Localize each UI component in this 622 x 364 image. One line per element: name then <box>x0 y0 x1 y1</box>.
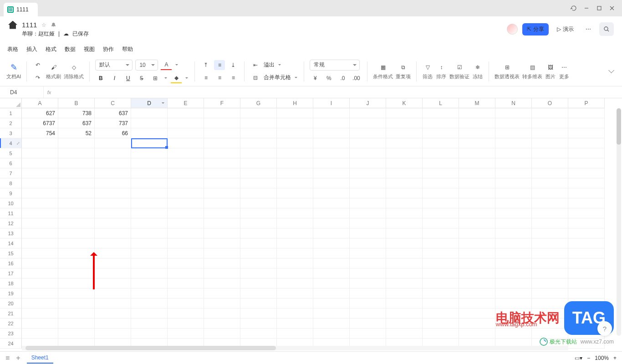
cell[interactable] <box>204 168 240 178</box>
cell[interactable] <box>423 318 459 329</box>
zoom-out-button[interactable]: − <box>587 355 590 361</box>
cell[interactable] <box>131 228 168 238</box>
cell[interactable] <box>131 298 168 308</box>
cell[interactable] <box>277 238 313 248</box>
cell[interactable] <box>350 118 386 128</box>
cell[interactable] <box>423 258 459 268</box>
cell[interactable] <box>532 188 568 198</box>
cell[interactable] <box>386 298 423 308</box>
cell[interactable] <box>277 278 313 288</box>
cell[interactable] <box>459 168 495 178</box>
cell[interactable] <box>204 148 240 158</box>
cell[interactable] <box>350 158 386 168</box>
cell[interactable] <box>459 258 495 268</box>
bell-icon[interactable]: 🔔︎ <box>51 22 56 28</box>
cell[interactable] <box>168 329 204 339</box>
cell[interactable] <box>22 318 58 329</box>
currency-button[interactable]: ¥ <box>310 73 321 83</box>
cell[interactable] <box>95 258 131 268</box>
cell[interactable] <box>350 188 386 198</box>
cell[interactable] <box>532 168 568 178</box>
cell[interactable] <box>22 218 58 228</box>
cell[interactable] <box>532 218 568 228</box>
cell[interactable] <box>495 148 532 158</box>
cell[interactable] <box>240 308 277 318</box>
cell[interactable] <box>58 228 95 238</box>
cell[interactable] <box>204 108 240 118</box>
cell[interactable] <box>350 228 386 238</box>
cell[interactable] <box>240 258 277 268</box>
row-header[interactable]: 1 <box>0 108 22 118</box>
cell[interactable] <box>568 228 605 238</box>
cell[interactable] <box>58 268 95 278</box>
cell[interactable] <box>131 268 168 278</box>
cell[interactable] <box>277 258 313 268</box>
cell[interactable] <box>204 288 240 298</box>
cell[interactable] <box>350 318 386 329</box>
cell[interactable] <box>168 208 204 218</box>
cell[interactable] <box>532 178 568 188</box>
cell[interactable] <box>277 228 313 238</box>
view-mode-icon[interactable]: ▭▾ <box>575 355 582 361</box>
cell[interactable] <box>204 278 240 288</box>
row-header[interactable]: 7 <box>0 168 22 178</box>
avatar[interactable] <box>507 24 518 35</box>
cell[interactable] <box>386 228 423 238</box>
cell[interactable] <box>95 268 131 278</box>
cell[interactable] <box>168 308 204 318</box>
col-header[interactable]: E <box>168 98 204 108</box>
cell[interactable] <box>240 228 277 238</box>
cell[interactable] <box>386 198 423 208</box>
col-header[interactable]: D <box>131 98 168 108</box>
cell[interactable] <box>386 138 423 148</box>
cell[interactable] <box>313 208 350 218</box>
document-tab[interactable]: 1111 <box>4 3 38 16</box>
cell[interactable] <box>22 268 58 278</box>
align-center-button[interactable]: ≡ <box>214 73 225 83</box>
cell[interactable] <box>277 118 313 128</box>
cell[interactable] <box>568 308 605 318</box>
cell[interactable] <box>459 118 495 128</box>
cell[interactable] <box>95 298 131 308</box>
cell[interactable] <box>168 128 204 138</box>
cell[interactable] <box>277 198 313 208</box>
cell[interactable] <box>495 108 532 118</box>
cell[interactable] <box>95 228 131 238</box>
cell[interactable] <box>131 318 168 329</box>
cell[interactable] <box>386 108 423 118</box>
cell[interactable] <box>168 248 204 258</box>
cell[interactable] <box>532 108 568 118</box>
cell[interactable] <box>459 288 495 298</box>
cell[interactable] <box>495 218 532 228</box>
col-header[interactable]: M <box>459 98 495 108</box>
row-header[interactable]: 19 <box>0 288 22 298</box>
cell[interactable] <box>495 238 532 248</box>
cell[interactable] <box>277 128 313 138</box>
font-select[interactable]: 默认 <box>95 60 133 71</box>
sort-icon[interactable]: ↕ <box>436 62 447 72</box>
cell[interactable] <box>350 148 386 158</box>
cell[interactable] <box>532 138 568 148</box>
cell[interactable] <box>313 329 350 339</box>
menu-collab[interactable]: 协作 <box>103 46 114 53</box>
menu-format[interactable]: 格式 <box>46 46 56 53</box>
row-header[interactable]: 21 <box>0 308 22 318</box>
convert-icon[interactable]: ▤ <box>527 62 538 72</box>
cell[interactable] <box>495 158 532 168</box>
cell[interactable] <box>495 298 532 308</box>
col-header[interactable]: O <box>532 98 568 108</box>
cell[interactable]: 637 <box>95 108 131 118</box>
cell[interactable] <box>495 198 532 208</box>
cell[interactable] <box>386 218 423 228</box>
cell[interactable] <box>568 278 605 288</box>
cell[interactable] <box>568 288 605 298</box>
cell[interactable] <box>95 138 131 148</box>
cell[interactable] <box>568 188 605 198</box>
cell[interactable] <box>386 178 423 188</box>
cell[interactable] <box>313 138 350 148</box>
cell[interactable] <box>423 208 459 218</box>
cell[interactable] <box>58 298 95 308</box>
cell[interactable] <box>240 128 277 138</box>
cell[interactable] <box>131 238 168 248</box>
cell[interactable] <box>277 329 313 339</box>
